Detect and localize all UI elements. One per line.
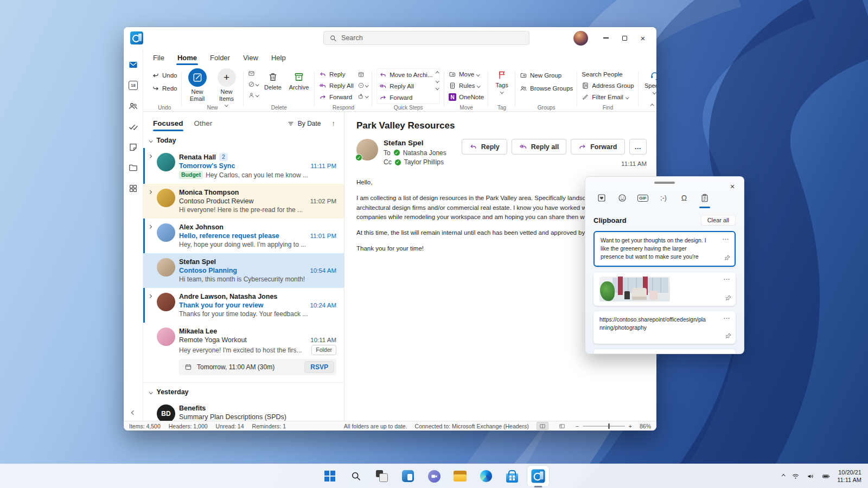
delete-button[interactable]: Delete xyxy=(263,68,283,91)
quick-step-forward[interactable]: Forward xyxy=(379,93,432,102)
close-button[interactable]: × xyxy=(634,30,652,46)
chat-button[interactable] xyxy=(423,466,445,486)
pin-item-button[interactable] xyxy=(725,332,732,341)
reading-view-button[interactable] xyxy=(537,422,548,430)
taskbar-search-button[interactable] xyxy=(345,466,367,486)
clipboard-item-image[interactable]: … xyxy=(593,272,736,306)
forward-button[interactable]: Forward xyxy=(319,92,354,102)
mail-row-monica-thompson[interactable]: Monica Thompson Contoso Product Review11… xyxy=(143,184,344,219)
new-email-button[interactable]: New Email xyxy=(186,68,209,102)
expand-thread-button[interactable] xyxy=(146,223,153,248)
search-input[interactable] xyxy=(341,34,524,42)
mail-row-renata-hall[interactable]: Renata Hall2 Tomorrow's Sync11:11 PM Bud… xyxy=(143,148,344,184)
mail-row-alex-johnson[interactable]: Alex Johnson Hello, reference request pl… xyxy=(143,219,344,253)
mail-row-andre-lawson[interactable]: Andre Lawson, Natasha Jones Thank you fo… xyxy=(143,288,344,323)
reply-with-meeting-button[interactable] xyxy=(358,70,368,79)
nav-tasks[interactable] xyxy=(124,116,143,137)
expand-thread-button[interactable] xyxy=(146,293,153,318)
clipboard-item-partial[interactable] xyxy=(593,349,736,354)
quick-steps-scroll-up[interactable] xyxy=(436,72,439,75)
tab-other[interactable]: Other xyxy=(194,119,213,127)
tab-folder[interactable]: Folder xyxy=(210,54,230,63)
speech-button[interactable]: Speech xyxy=(643,68,656,93)
more-actions-button[interactable]: … xyxy=(629,139,647,155)
minimize-button[interactable] xyxy=(597,30,615,46)
rsvp-button[interactable]: RSVP xyxy=(304,361,334,373)
zoom-slider-thumb[interactable] xyxy=(608,423,610,429)
battery-button[interactable] xyxy=(822,472,830,480)
tab-focused[interactable]: Focused xyxy=(153,119,183,127)
block-sender-button[interactable] xyxy=(248,91,259,99)
outlook-taskbar-button[interactable] xyxy=(527,466,549,486)
tab-home[interactable]: Home xyxy=(177,54,197,63)
mail-row-stefan-spel[interactable]: Stefan Spel Contoso Planning10:54 AM Hi … xyxy=(143,253,344,288)
quick-steps-more[interactable] xyxy=(436,86,439,89)
collapse-nav-button[interactable] xyxy=(124,411,143,414)
item-more-button[interactable]: … xyxy=(723,312,731,320)
tab-file[interactable]: File xyxy=(153,54,164,63)
pin-item-button[interactable] xyxy=(724,254,731,263)
mail-row-mikaela-lee[interactable]: Mikaela Lee Remote Yoga Workout10:11 AM … xyxy=(143,323,344,380)
widgets-button[interactable] xyxy=(397,466,419,486)
share-button[interactable] xyxy=(358,92,368,100)
stickers-tab[interactable] xyxy=(593,190,610,206)
section-today[interactable]: Today xyxy=(143,132,344,148)
sweep-button[interactable] xyxy=(248,80,259,88)
reply-button[interactable]: Reply xyxy=(319,69,354,79)
zoom-percentage[interactable]: 86% xyxy=(640,423,651,429)
filter-email-button[interactable]: Filter Email xyxy=(582,92,634,102)
reply-all-button[interactable]: Reply all xyxy=(512,139,566,155)
tags-button[interactable]: Tags xyxy=(493,68,511,93)
search-bar[interactable] xyxy=(323,31,529,45)
more-respond-button[interactable] xyxy=(358,81,368,89)
onenote-button[interactable]: NOneNote xyxy=(449,92,484,102)
rules-button[interactable]: Rules xyxy=(449,81,484,91)
item-more-button[interactable]: … xyxy=(722,233,730,241)
start-button[interactable] xyxy=(319,466,341,486)
layout-view-button[interactable] xyxy=(556,422,568,430)
zoom-in-button[interactable]: + xyxy=(629,423,632,429)
tab-help[interactable]: Help xyxy=(271,54,286,63)
forward-button[interactable]: Forward xyxy=(571,139,624,155)
nav-mail[interactable] xyxy=(124,54,143,75)
maximize-button[interactable] xyxy=(615,30,634,46)
pin-item-button[interactable] xyxy=(725,294,732,303)
user-avatar[interactable] xyxy=(573,31,588,46)
new-group-button[interactable]: New Group xyxy=(520,70,573,80)
emoji-tab[interactable] xyxy=(614,190,630,206)
quick-steps-scroll-down[interactable] xyxy=(436,79,439,82)
gif-tab[interactable]: GIF xyxy=(635,190,651,206)
collapse-ribbon-button[interactable] xyxy=(651,99,654,109)
clear-all-button[interactable]: Clear all xyxy=(701,215,736,226)
undo-button[interactable]: Undo xyxy=(152,70,177,80)
close-clipboard-button[interactable]: × xyxy=(725,180,739,193)
nav-calendar[interactable]: 18 xyxy=(124,75,143,95)
address-group-button[interactable]: Address Group xyxy=(582,81,634,91)
expand-thread-button[interactable] xyxy=(146,153,153,179)
reply-all-button[interactable]: Reply All xyxy=(319,81,354,91)
zoom-slider[interactable] xyxy=(583,426,625,427)
expand-thread-button[interactable] xyxy=(146,189,153,214)
symbols-tab[interactable]: Ω xyxy=(676,190,692,206)
clipboard-tab[interactable] xyxy=(697,190,713,206)
clipboard-item-link[interactable]: https://contoso.sharepoint/officedesign/… xyxy=(593,311,736,344)
wifi-button[interactable] xyxy=(792,472,800,480)
sort-by-date-button[interactable]: By Date xyxy=(287,120,321,127)
zoom-out-button[interactable]: − xyxy=(576,423,579,429)
recipient-name[interactable]: Taylor Phillips xyxy=(404,158,444,166)
sort-direction-button[interactable]: ↑ xyxy=(332,119,336,127)
move-button[interactable]: Move xyxy=(449,69,484,79)
reply-button[interactable]: Reply xyxy=(462,139,507,155)
recipient-name[interactable]: Natasha Jones xyxy=(403,149,446,157)
ignore-button[interactable] xyxy=(248,69,259,78)
task-view-button[interactable] xyxy=(371,466,393,486)
store-button[interactable] xyxy=(501,466,523,486)
browse-groups-button[interactable]: Browse Groups xyxy=(520,84,573,93)
taskbar-clock[interactable]: 10/20/21 11:11 AM xyxy=(837,468,861,484)
tray-overflow-button[interactable] xyxy=(782,475,785,478)
nav-notes[interactable] xyxy=(124,137,143,157)
nav-people[interactable] xyxy=(124,95,143,116)
quick-step-move-to-archive[interactable]: Move to Archi... xyxy=(379,70,432,80)
drag-handle[interactable] xyxy=(654,182,675,184)
mail-row-benefits[interactable]: BD Benefits Summary Plan Descriptions (S… xyxy=(143,400,344,421)
